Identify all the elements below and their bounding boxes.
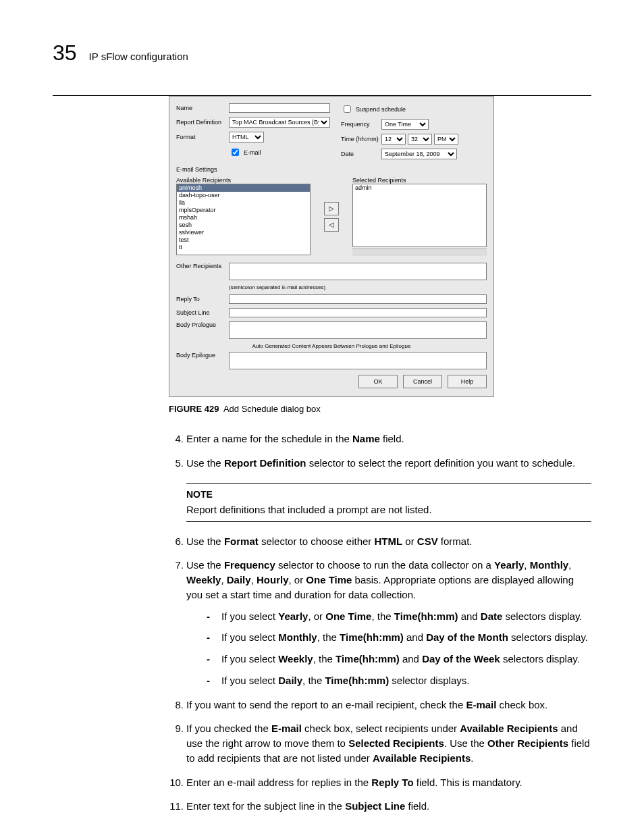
step-4: 4. Enter a name for the schedule in the …	[186, 432, 591, 446]
list-item[interactable]: mplsOperator	[177, 207, 310, 214]
hour-select[interactable]: 12	[381, 134, 406, 145]
epilogue-input[interactable]	[229, 352, 487, 369]
frequency-select[interactable]: One Time	[381, 119, 429, 130]
note-block: NOTE Report definitions that included a …	[186, 483, 591, 522]
help-button[interactable]: Help	[448, 375, 487, 388]
email-checkbox[interactable]	[232, 149, 239, 156]
ok-button[interactable]: OK	[358, 375, 398, 388]
step-5: 5. Use the Report Definition selector to…	[186, 456, 591, 522]
ampm-select[interactable]: PM	[434, 134, 458, 145]
chapter-number: 35	[53, 41, 77, 66]
replyto-input[interactable]	[229, 294, 487, 304]
step-7: 7. Use the Frequency selector to choose …	[186, 558, 591, 687]
autogen-hint: Auto Generated Content Appears Between P…	[176, 343, 487, 349]
step-7-sub: If you select Daily, the Time(hh:mm) sel…	[207, 673, 591, 688]
step-7-sub: If you select Weekly, the Time(hh:mm) an…	[207, 652, 591, 667]
replyto-label: Reply To	[176, 296, 229, 303]
other-label: Other Recipients	[176, 263, 229, 269]
step-9: 9. If you checked the E-mail check box, …	[186, 721, 591, 765]
list-item[interactable]: animesh	[177, 184, 310, 192]
running-header: 35 IP sFlow configuration	[53, 41, 591, 66]
email-settings-label: E-mail Settings	[176, 166, 487, 173]
selected-listbox[interactable]: admin	[352, 184, 487, 247]
chevron-left-icon: ◁	[329, 221, 334, 228]
list-item[interactable]: sslviewer	[177, 229, 310, 236]
step-7-sub: If you select Yearly, or One Time, the T…	[207, 609, 591, 624]
reportdef-label: Report Definition	[176, 119, 229, 126]
format-label: Format	[176, 134, 229, 140]
step-7-sub: If you select Monthly, the Time(hh:mm) a…	[207, 630, 591, 645]
subject-input[interactable]	[229, 308, 487, 317]
list-item[interactable]: dash-topo-user	[177, 192, 310, 199]
figure-caption: FIGURE 429 Add Schedule dialog box	[169, 404, 591, 414]
list-item[interactable]: sesh	[177, 221, 310, 229]
minute-select[interactable]: 32	[408, 134, 432, 145]
step-10: 10. Enter an e-mail address for replies …	[186, 775, 591, 790]
list-item[interactable]: test	[177, 236, 310, 244]
available-label: Available Recipients	[176, 177, 311, 184]
suspend-label: Suspend schedule	[356, 106, 406, 113]
format-select[interactable]: HTML	[229, 132, 264, 142]
list-item[interactable]: tt	[177, 244, 310, 251]
chapter-title: IP sFlow configuration	[89, 51, 188, 62]
list-item[interactable]: admin	[353, 184, 486, 192]
available-listbox[interactable]: animesh dash-topo-user ila mplsOperator …	[176, 184, 311, 255]
email-checkbox-label: E-mail	[244, 149, 261, 156]
step-6: 6. Use the Format selector to choose eit…	[186, 534, 591, 549]
reportdef-select[interactable]: Top MAC Broadcast Sources (By Frames)	[229, 117, 330, 128]
add-schedule-dialog: Name Report Definition Top MAC Broadcast…	[169, 96, 494, 397]
name-input[interactable]	[229, 103, 330, 113]
subject-label: Subject Line	[176, 309, 229, 316]
time-label: Time (hh:mm)	[341, 136, 381, 142]
move-right-button[interactable]: ▷	[324, 202, 339, 215]
suspend-checkbox[interactable]	[344, 105, 351, 113]
other-recipients-input[interactable]	[229, 263, 487, 280]
frequency-label: Frequency	[341, 121, 381, 128]
selected-label: Selected Recipients	[352, 177, 487, 184]
list-item[interactable]: mshah	[177, 214, 310, 221]
list-item[interactable]: ila	[177, 199, 310, 207]
prologue-input[interactable]	[229, 321, 487, 339]
step-8: 8. If you want to send the report to an …	[186, 698, 591, 712]
date-select[interactable]: September 18, 2009	[381, 149, 457, 159]
chevron-right-icon: ▷	[329, 205, 334, 212]
date-label: Date	[341, 151, 381, 157]
cancel-button[interactable]: Cancel	[403, 375, 442, 388]
scrollbar[interactable]	[352, 249, 487, 256]
epilogue-label: Body Epilogue	[176, 352, 229, 359]
move-left-button[interactable]: ◁	[324, 218, 339, 232]
other-hint: (semicolon separated E-mail addresses)	[229, 284, 487, 290]
name-label: Name	[176, 105, 229, 111]
step-11: 11. Enter text for the subject line in t…	[186, 799, 591, 814]
prologue-label: Body Prologue	[176, 321, 229, 328]
